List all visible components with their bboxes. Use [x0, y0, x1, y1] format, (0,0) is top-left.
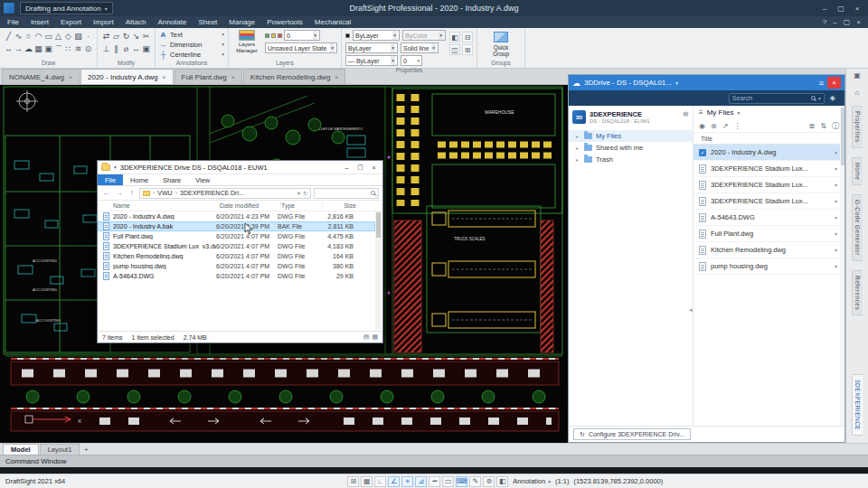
- scrollbar[interactable]: [840, 106, 844, 426]
- active-layer-dropdown[interactable]: 0 ▾: [284, 30, 320, 41]
- pattern-icon[interactable]: ∷: [63, 42, 73, 55]
- arc-icon[interactable]: ◠: [33, 30, 43, 42]
- chevron-down-icon[interactable]: ▾: [297, 190, 300, 196]
- document-tab[interactable]: Kitchen Remodeling.dwg ×: [243, 69, 346, 84]
- chevron-down-icon[interactable]: ▾: [835, 230, 837, 237]
- close-tab-icon[interactable]: ×: [69, 74, 72, 80]
- offset-icon[interactable]: ∥: [111, 42, 121, 55]
- file-row[interactable]: 3DEXPERIENCE Stadium Lux_v3.dwg 6/20/202…: [98, 241, 375, 251]
- revision-cloud-icon[interactable]: ☁: [24, 42, 33, 55]
- chevron-down-icon[interactable]: ▾: [835, 198, 837, 204]
- collapse-pane-icon[interactable]: ◂: [689, 306, 693, 314]
- drive-item[interactable]: ✓ 3DEXPERIENCE Stadium Lux... ▾: [693, 161, 844, 177]
- hatch-icon[interactable]: ▨: [73, 30, 83, 42]
- drive-item[interactable]: ✓ Kitchen Remodeling.dwg ▾: [693, 242, 844, 258]
- document-tab[interactable]: NONAME_4.dwg ×: [2, 69, 80, 84]
- file-row[interactable]: pump housing.dwg 6/20/2021 4:07 PM DWG F…: [98, 261, 375, 271]
- spline-icon[interactable]: ≋: [73, 42, 83, 55]
- explorer-close-button[interactable]: ×: [367, 162, 381, 174]
- explorer-maximize-button[interactable]: ▢: [354, 162, 367, 174]
- search-input[interactable]: Search ▾: [729, 93, 825, 104]
- file-row[interactable]: Kitchen Remodeling.dwg 6/20/2021 4:07 PM…: [98, 251, 375, 261]
- panel-options-icon[interactable]: ⌂: [855, 89, 860, 97]
- command-window-bar[interactable]: Command Window: [0, 455, 868, 467]
- file-row[interactable]: 2020 - Industry A.bak 6/20/2021 4:39 PM …: [98, 221, 375, 231]
- file-explorer-window[interactable]: ▾ 3DEXPERIENCE Drive DS - DSQAL018 - EUW…: [97, 160, 383, 343]
- drive-item[interactable]: ✓ 3DEXPERIENCE Stadium Lux... ▾: [693, 177, 844, 193]
- info-icon[interactable]: ⓘ: [832, 121, 839, 131]
- minimize-button[interactable]: –: [817, 2, 832, 14]
- annotation-scale-dropdown[interactable]: Annotation ▾: [513, 477, 551, 485]
- sheet-tab[interactable]: Model: [3, 444, 39, 455]
- chevron-down-icon[interactable]: ▾: [737, 110, 740, 116]
- drive-item[interactable]: ✓ A-54643.DWG ▾: [693, 210, 844, 226]
- menu-item[interactable]: Powertools: [267, 18, 303, 26]
- breadcrumb[interactable]: › VWU › 3DEXPERIENCE Dri... ▾ ↻: [139, 188, 311, 199]
- etrack-toggle[interactable]: ⊿: [415, 476, 427, 487]
- expander-icon[interactable]: ▸: [576, 156, 580, 163]
- centerline-tool[interactable]: ┼ Centerline ▾: [159, 50, 224, 59]
- weight-field[interactable]: 0 ▾: [401, 55, 422, 66]
- clean-screen-toggle[interactable]: ◧: [496, 476, 508, 487]
- palette-tab[interactable]: G-Code Generator: [852, 194, 863, 261]
- expander-icon[interactable]: ▸: [576, 133, 580, 139]
- quick-input-toggle[interactable]: ⌨: [456, 476, 467, 487]
- point-icon[interactable]: ·: [83, 30, 93, 42]
- tag-icon[interactable]: ◈: [830, 94, 835, 102]
- title-column-header[interactable]: Title: [693, 133, 844, 145]
- line-color-dropdown[interactable]: ByLayer ▾: [353, 30, 400, 41]
- hamburger-icon[interactable]: ≡: [699, 108, 703, 117]
- panel-breadcrumb[interactable]: My Files: [707, 108, 734, 117]
- menu-item[interactable]: Manage: [229, 18, 255, 26]
- menu-item[interactable]: Export: [61, 18, 81, 26]
- hide-entities-icon[interactable]: ⊟: [462, 32, 473, 42]
- list-view-icon[interactable]: ≣: [809, 122, 816, 130]
- menu-item[interactable]: Insert: [31, 18, 49, 26]
- polar-toggle[interactable]: ∠: [388, 476, 400, 487]
- layer-state-dropdown[interactable]: Unsaved Layer State ▾: [265, 42, 337, 53]
- close-tab-icon[interactable]: ×: [335, 74, 338, 80]
- doc-minimize-button[interactable]: –: [833, 18, 836, 26]
- isolate-toggle[interactable]: ⊚: [483, 476, 495, 487]
- scrollbar[interactable]: [375, 211, 382, 330]
- palette-tab[interactable]: Home: [852, 157, 863, 185]
- isolate-entities-icon[interactable]: ◫: [449, 44, 460, 55]
- extend-icon[interactable]: ↔: [131, 42, 141, 55]
- file-row[interactable]: Full Plant.dwg 6/20/2021 4:07 PM DWG Fil…: [98, 231, 375, 241]
- rectangle-icon[interactable]: ▭: [43, 30, 53, 42]
- close-button[interactable]: ×: [850, 2, 864, 14]
- rotate-icon[interactable]: ↻: [121, 30, 131, 42]
- maximize-button[interactable]: ▢: [834, 2, 848, 14]
- sort-icon[interactable]: ⇅: [820, 122, 826, 130]
- column-header[interactable]: Type: [281, 202, 323, 209]
- fillet-icon[interactable]: ⌀: [121, 42, 131, 55]
- spinner-arrows-icon[interactable]: ▾: [417, 58, 420, 63]
- chevron-down-icon[interactable]: ▾: [835, 165, 837, 172]
- layers-manager-button[interactable]: Layers Manager: [232, 30, 261, 53]
- doc-restore-button[interactable]: ▢: [844, 18, 851, 26]
- gear-icon[interactable]: ☸: [683, 110, 689, 118]
- panel-close-button[interactable]: ×: [827, 77, 841, 89]
- forward-button[interactable]: →: [114, 189, 124, 197]
- annotation-monitor-toggle[interactable]: ✎: [469, 476, 481, 487]
- checkbox-checked-icon[interactable]: ✓: [699, 149, 706, 156]
- palette-tab[interactable]: Properties: [852, 106, 863, 148]
- line-weight-dropdown[interactable]: — ByLayer ▾: [345, 55, 398, 66]
- search-input[interactable]: [314, 188, 379, 199]
- ortho-toggle[interactable]: ∟: [374, 476, 386, 487]
- drive-item[interactable]: ✓ Full Plant.dwg ▾: [693, 226, 844, 242]
- chevron-down-icon[interactable]: ▾: [818, 96, 821, 101]
- document-tab[interactable]: 2020 - Industry A.dwg ×: [80, 69, 173, 84]
- drive-item[interactable]: ✓ 2020 - Industry A.dwg ▾: [693, 145, 844, 161]
- chevron-down-icon[interactable]: ▾: [835, 247, 837, 253]
- menu-item[interactable]: Sheet: [198, 18, 217, 26]
- line-icon[interactable]: ╱: [4, 30, 14, 42]
- explorer-menu-item[interactable]: View: [188, 174, 217, 185]
- arc-3point-icon[interactable]: ⌒: [53, 42, 63, 55]
- scrollbar-thumb[interactable]: [841, 108, 844, 165]
- breadcrumb-folder[interactable]: 3DEXPERIENCE Dri...: [180, 190, 244, 196]
- drive-item[interactable]: ✓ 3DEXPERIENCE Stadium Lux... ▾: [693, 193, 844, 210]
- chevron-down-icon[interactable]: ▾: [675, 80, 678, 86]
- menu-item[interactable]: Attach: [126, 18, 146, 26]
- command-input-area[interactable]: [0, 467, 868, 474]
